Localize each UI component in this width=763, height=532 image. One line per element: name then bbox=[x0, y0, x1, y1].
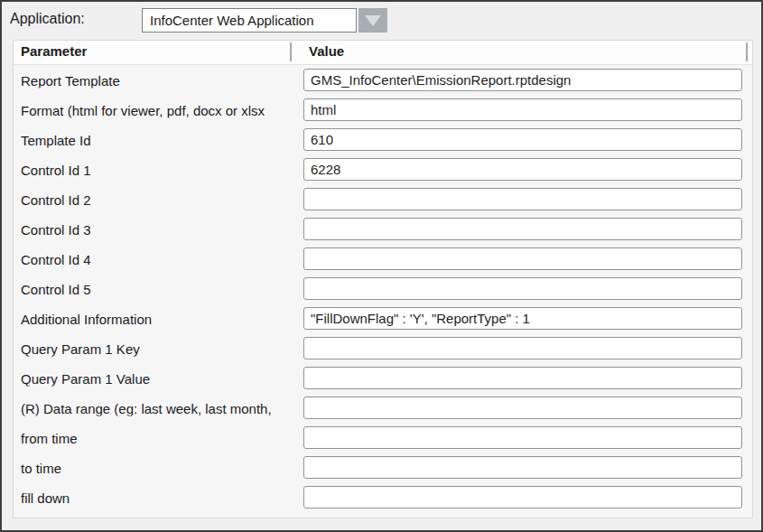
parameter-value-input[interactable] bbox=[303, 69, 742, 91]
parameter-value-input[interactable] bbox=[303, 397, 742, 419]
parameter-value-input[interactable] bbox=[303, 456, 742, 479]
parameter-value-input[interactable] bbox=[303, 218, 742, 240]
column-separator bbox=[290, 42, 292, 61]
application-combobox[interactable]: InfoCenter Web Application bbox=[142, 8, 357, 33]
table-row: from time bbox=[14, 423, 752, 453]
parameter-value-input[interactable] bbox=[303, 337, 742, 359]
table-row: Control Id 1 bbox=[14, 154, 752, 184]
table-row: (R) Data range (eg: last week, last mont… bbox=[14, 393, 752, 423]
parameter-value-input[interactable] bbox=[303, 128, 742, 151]
application-dropdown-button[interactable] bbox=[358, 8, 387, 33]
table-row: fill down bbox=[14, 482, 752, 512]
parameter-value-input[interactable] bbox=[303, 486, 742, 509]
parameter-label: (R) Data range (eg: last week, last mont… bbox=[21, 400, 272, 415]
column-header-parameter: Parameter bbox=[21, 43, 87, 59]
parameter-label: Control Id 2 bbox=[21, 191, 91, 207]
parameter-value-input[interactable] bbox=[303, 98, 742, 121]
parameter-label: Query Param 1 Value bbox=[21, 370, 150, 386]
parameter-value-input[interactable] bbox=[303, 426, 742, 449]
parameter-value-input[interactable] bbox=[303, 277, 742, 300]
table-header-row: Parameter Value bbox=[14, 41, 752, 65]
parameter-label: from time bbox=[21, 430, 78, 445]
table-row: Query Param 1 Value bbox=[14, 363, 752, 393]
parameter-label: Control Id 1 bbox=[21, 162, 91, 177]
table-row: Control Id 2 bbox=[14, 184, 752, 214]
parameter-label: Control Id 4 bbox=[21, 251, 91, 266]
parameter-value-input[interactable] bbox=[303, 307, 742, 330]
parameter-panel: { "application": { "label": "Application… bbox=[0, 0, 763, 532]
parameter-label: Format (html for viewer, pdf, docx or xl… bbox=[21, 102, 265, 117]
triangle-down-icon bbox=[365, 15, 381, 26]
table-row: Additional Information bbox=[14, 303, 752, 333]
application-label: Application: bbox=[10, 11, 85, 27]
application-selected-value: InfoCenter Web Application bbox=[150, 13, 314, 28]
table-rows-container: Report Template Format (html for viewer,… bbox=[14, 65, 752, 512]
parameter-label: Additional Information bbox=[21, 311, 152, 326]
column-header-value: Value bbox=[309, 43, 344, 59]
parameter-value-input[interactable] bbox=[303, 247, 742, 270]
parameter-value-input[interactable] bbox=[303, 158, 742, 181]
parameter-label: Report Template bbox=[21, 72, 120, 88]
parameter-label: Query Param 1 Key bbox=[21, 341, 140, 356]
table-row: Template Id bbox=[14, 125, 752, 154]
table-row: Control Id 4 bbox=[14, 244, 752, 274]
table-row: Format (html for viewer, pdf, docx or xl… bbox=[14, 95, 752, 125]
parameter-value-input[interactable] bbox=[303, 367, 742, 389]
table-row: Report Template bbox=[14, 65, 752, 95]
parameter-label: Template Id bbox=[21, 132, 91, 147]
table-row: Control Id 5 bbox=[14, 274, 752, 303]
parameter-label: Control Id 5 bbox=[21, 281, 91, 296]
parameter-table: Parameter Value Report Template Format (… bbox=[13, 40, 753, 518]
table-row: Query Param 1 Key bbox=[14, 333, 752, 363]
table-row: to time bbox=[14, 453, 752, 482]
parameter-label: Control Id 3 bbox=[21, 221, 91, 237]
column-separator bbox=[746, 42, 748, 61]
table-row: Control Id 3 bbox=[14, 214, 752, 244]
parameter-label: to time bbox=[21, 460, 61, 475]
parameter-label: fill down bbox=[21, 490, 70, 505]
parameter-value-input[interactable] bbox=[303, 188, 742, 210]
